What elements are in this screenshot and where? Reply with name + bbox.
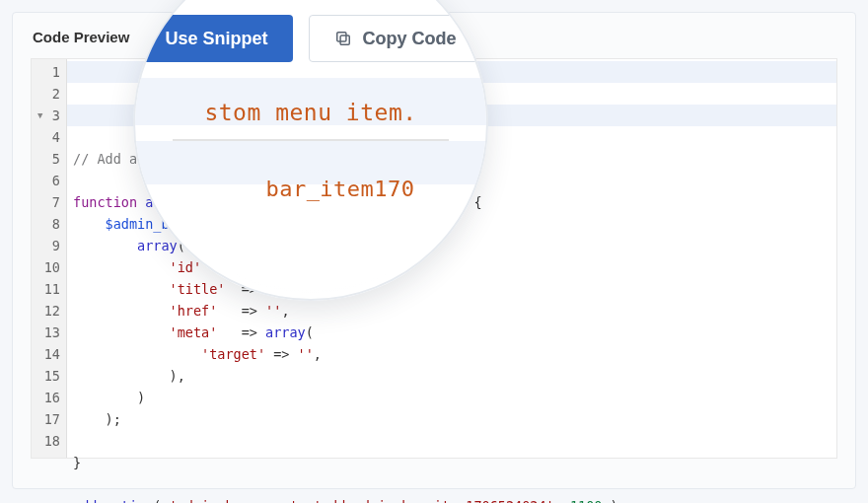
line-number: 5 [32, 148, 60, 170]
line-number: 13 [32, 322, 60, 343]
line-gutter: 123▼456789101112131415161718 [32, 59, 67, 458]
line-number: 10 [32, 256, 60, 278]
copy-code-label: Copy Code [363, 29, 457, 49]
magnified-code-line: stom menu item. [135, 100, 486, 125]
code-line[interactable]: 'meta' => array( [73, 322, 836, 343]
code-line[interactable]: 'id' => [73, 256, 836, 278]
line-number: 3▼ [32, 105, 60, 126]
panel-title: Code Preview [33, 29, 129, 45]
svg-rect-0 [340, 36, 349, 44]
code-line[interactable]: 'href' => '', [73, 300, 836, 322]
line-number: 12 [32, 300, 60, 322]
code-line[interactable]: ) [73, 387, 836, 408]
code-line[interactable]: 'target' => '', [73, 343, 836, 365]
code-line[interactable]: } [73, 452, 836, 473]
code-line[interactable] [73, 430, 836, 452]
line-number: 1 [32, 61, 60, 83]
action-buttons: Use Snippet Copy Code [140, 15, 480, 62]
code-line[interactable]: ); [73, 408, 836, 430]
line-number: 14 [32, 343, 60, 365]
magnified-code-line: bar_item170 [165, 177, 488, 201]
fold-icon[interactable]: ▼ [37, 105, 42, 126]
separator [173, 139, 449, 141]
svg-rect-1 [336, 33, 345, 41]
line-number: 8 [32, 213, 60, 235]
code-line[interactable]: ), [73, 365, 836, 387]
line-number: 16 [32, 387, 60, 408]
line-number: 7 [32, 191, 60, 213]
line-number: 18 [32, 430, 60, 452]
copy-icon [333, 29, 353, 48]
copy-code-button[interactable]: Copy Code [309, 15, 481, 62]
code-line[interactable]: add_action( 'admin_bar_menu', 'add_admin… [73, 495, 836, 503]
use-snippet-label: Use Snippet [165, 29, 267, 49]
line-number: 9 [32, 235, 60, 256]
code-line[interactable]: 'title' => '', [73, 278, 836, 300]
line-number: 17 [32, 408, 60, 430]
line-number: 2 [32, 83, 60, 105]
line-number: 15 [32, 365, 60, 387]
line-number: 11 [32, 278, 60, 300]
line-number: 4 [32, 126, 60, 148]
line-number: 6 [32, 170, 60, 191]
code-line[interactable] [73, 473, 836, 495]
use-snippet-button[interactable]: Use Snippet [140, 15, 292, 62]
